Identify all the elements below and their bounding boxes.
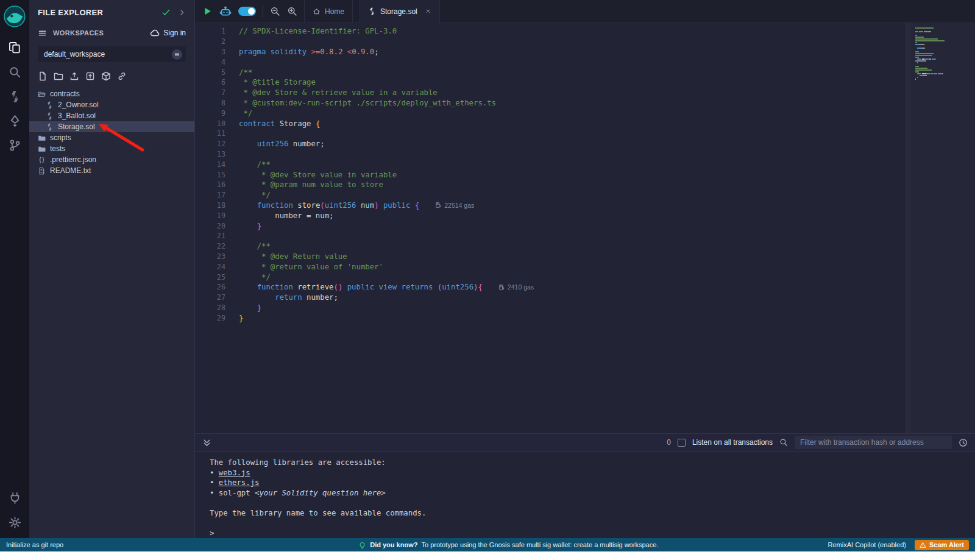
- window-bottom-strip: [0, 551, 975, 560]
- workspace-options-button[interactable]: [172, 49, 182, 60]
- scam-alert-badge[interactable]: Scam Alert: [915, 540, 969, 550]
- gas-estimate-value: 22514 gas: [444, 202, 474, 209]
- gas-estimate-badge[interactable]: 2410 gas: [498, 283, 534, 291]
- search-button[interactable]: [0, 60, 29, 84]
- workspace-select[interactable]: default_workspace: [38, 46, 186, 62]
- close-tab-icon[interactable]: [425, 8, 431, 15]
- terminal-link[interactable]: web3.js: [219, 469, 250, 477]
- workspaces-menu-icon[interactable]: [38, 29, 47, 38]
- line-number: 6: [195, 78, 225, 87]
- zoom-in-icon[interactable]: [287, 6, 297, 16]
- copilot-toggle[interactable]: [238, 7, 256, 16]
- status-bar: Initialize as git repo Did you know? To …: [0, 538, 975, 551]
- new-folder-icon[interactable]: [54, 71, 63, 81]
- file-explorer-panel: FILE EXPLORER WORKSPACES Sign in default…: [29, 0, 195, 538]
- code-line: 7 * @dev Store & retrieve value in a var…: [195, 88, 905, 98]
- solidity-compiler-icon: [9, 90, 21, 103]
- editor-scrollbar[interactable]: [905, 23, 911, 433]
- transaction-count: 0: [667, 438, 671, 447]
- file-item-README.txt[interactable]: README.txt: [29, 165, 194, 176]
- tab-storage-sol[interactable]: Storage.sol: [360, 0, 440, 23]
- code-line: 3pragma solidity >=0.8.2 <0.9.0;: [195, 47, 905, 57]
- file-item-.prettierrc.json[interactable]: .prettierrc.json: [29, 154, 194, 165]
- settings-button[interactable]: [0, 510, 29, 534]
- main-row: FILE EXPLORER WORKSPACES Sign in default…: [0, 0, 975, 538]
- item-label: Storage.sol: [58, 122, 95, 131]
- code-line: 16 * @param num value to store: [195, 180, 905, 190]
- plugin-manager-button[interactable]: [0, 486, 29, 510]
- folder-item-scripts[interactable]: scripts: [29, 132, 194, 143]
- line-number: 8: [195, 99, 225, 107]
- solidity-compiler-button[interactable]: [0, 84, 29, 108]
- upload-file-icon[interactable]: [69, 71, 79, 81]
- line-number: 28: [195, 303, 225, 312]
- settings-icon: [9, 516, 21, 529]
- file-tree: contracts2_Owner.sol3_Ballot.solStorage.…: [29, 86, 194, 176]
- new-file-icon[interactable]: [38, 71, 48, 81]
- item-label: 2_Owner.sol: [58, 101, 99, 109]
- clock-icon[interactable]: [959, 438, 968, 447]
- line-number: 17: [195, 191, 225, 199]
- code-line: 14 /**: [195, 159, 905, 169]
- template-icon[interactable]: [101, 71, 111, 81]
- run-script-button[interactable]: [202, 6, 213, 16]
- terminal-toolbar-right: 0 Listen on all transactions: [667, 436, 968, 449]
- code-pane[interactable]: 1// SPDX-License-Identifier: GPL-3.023pr…: [195, 23, 905, 433]
- line-number: 10: [195, 119, 225, 128]
- search-icon: [9, 66, 21, 79]
- copilot-status[interactable]: RemixAI Copilot (enabled): [828, 541, 906, 548]
- folder-item-tests[interactable]: tests: [29, 143, 194, 154]
- line-number: 7: [195, 88, 225, 97]
- terminal-line: [210, 498, 975, 508]
- search-icon[interactable]: [779, 438, 788, 447]
- signin-cloud-icon: [150, 28, 160, 38]
- file-item-Storage.sol[interactable]: Storage.sol: [29, 121, 194, 132]
- line-number: 5: [195, 68, 225, 77]
- transaction-filter-input[interactable]: [795, 436, 952, 449]
- terminal-output[interactable]: The following libraries are accessible:•…: [195, 452, 975, 538]
- file-explorer-header: FILE EXPLORER: [29, 0, 194, 24]
- listen-all-transactions-checkbox[interactable]: [678, 439, 686, 447]
- line-number: 15: [195, 171, 225, 179]
- zoom-out-icon[interactable]: [270, 6, 280, 16]
- gas-estimate-badge[interactable]: 22514 gas: [435, 202, 474, 209]
- listen-all-transactions-label[interactable]: Listen on all transactions: [692, 438, 773, 447]
- terminal-line: >: [210, 528, 975, 539]
- git-button[interactable]: [0, 133, 29, 157]
- line-number: 22: [195, 242, 225, 250]
- line-number: 26: [195, 283, 225, 291]
- lightbulb-icon: [358, 541, 366, 549]
- code-line: 8 * @custom:dev-run-script ./scripts/dep…: [195, 98, 905, 108]
- item-label: scripts: [50, 133, 71, 142]
- main-area: Home Storage.sol 1// SPDX-License-Identi…: [195, 0, 975, 538]
- folder-item-contracts[interactable]: contracts: [29, 88, 194, 99]
- workspace-options-icon: [174, 52, 180, 57]
- file-explorer-button[interactable]: [0, 35, 29, 60]
- sign-in-button[interactable]: Sign in: [150, 28, 186, 38]
- folder-icon: [38, 145, 46, 153]
- chevron-right-icon[interactable]: [178, 9, 186, 16]
- deploy-run-button[interactable]: [0, 108, 29, 133]
- tab-home[interactable]: Home: [304, 0, 353, 23]
- git-init-status-item[interactable]: Initialize as git repo: [6, 541, 189, 548]
- remix-logo[interactable]: [3, 5, 26, 28]
- deploy-run-icon: [9, 115, 21, 127]
- line-number: 29: [195, 314, 225, 322]
- terminal-link[interactable]: ethers.js: [219, 478, 260, 487]
- editor-minimap[interactable]: [911, 23, 975, 433]
- terminal-expand-icon[interactable]: [202, 438, 211, 447]
- code-line: 29}: [195, 313, 905, 323]
- file-item-3_Ballot.sol[interactable]: 3_Ballot.sol: [29, 110, 194, 121]
- code-line: 23 * @dev Return value: [195, 252, 905, 262]
- icon-sidebar-bottom: [0, 486, 29, 534]
- ai-robot-icon[interactable]: [219, 5, 232, 18]
- tip-text: To prototype using the Gnosis safe multi…: [421, 541, 658, 548]
- code-line: 28 }: [195, 303, 905, 313]
- doc-text-icon: [38, 167, 46, 175]
- folder-open-icon: [38, 90, 46, 98]
- code-line: 13: [195, 149, 905, 160]
- clone-icon[interactable]: [117, 71, 127, 81]
- upload-folder-icon[interactable]: [85, 71, 95, 81]
- line-number: 24: [195, 263, 225, 271]
- file-item-2_Owner.sol[interactable]: 2_Owner.sol: [29, 99, 194, 110]
